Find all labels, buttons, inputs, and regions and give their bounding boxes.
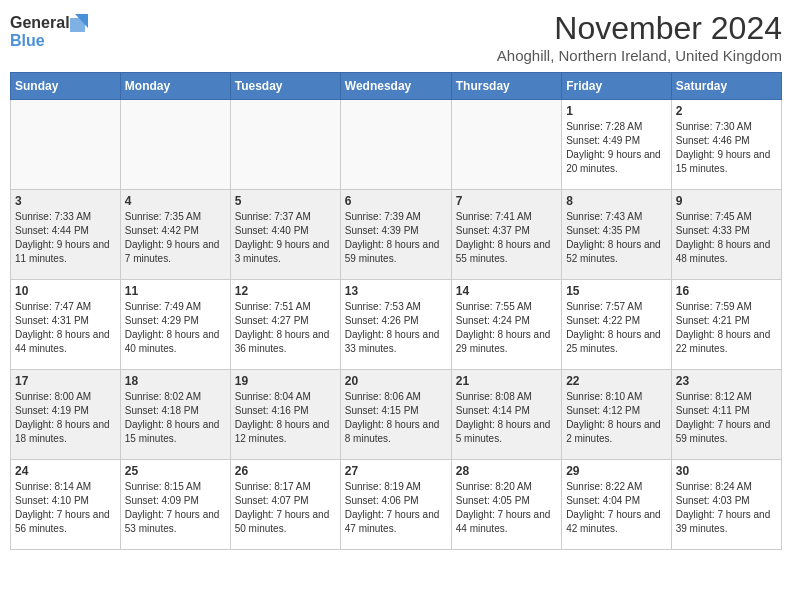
day-number: 10 [15,284,116,298]
day-number: 5 [235,194,336,208]
calendar-cell: 22Sunrise: 8:10 AM Sunset: 4:12 PM Dayli… [562,370,672,460]
day-info: Sunrise: 8:12 AM Sunset: 4:11 PM Dayligh… [676,390,777,446]
day-info: Sunrise: 8:17 AM Sunset: 4:07 PM Dayligh… [235,480,336,536]
day-number: 22 [566,374,667,388]
day-number: 3 [15,194,116,208]
day-number: 25 [125,464,226,478]
calendar-cell: 3Sunrise: 7:33 AM Sunset: 4:44 PM Daylig… [11,190,121,280]
page-header: General Blue November 2024 Ahoghill, Nor… [10,10,782,64]
day-info: Sunrise: 8:14 AM Sunset: 4:10 PM Dayligh… [15,480,116,536]
calendar-cell: 4Sunrise: 7:35 AM Sunset: 4:42 PM Daylig… [120,190,230,280]
day-info: Sunrise: 7:51 AM Sunset: 4:27 PM Dayligh… [235,300,336,356]
day-info: Sunrise: 7:49 AM Sunset: 4:29 PM Dayligh… [125,300,226,356]
day-number: 1 [566,104,667,118]
weekday-header-row: SundayMondayTuesdayWednesdayThursdayFrid… [11,73,782,100]
calendar-cell: 29Sunrise: 8:22 AM Sunset: 4:04 PM Dayli… [562,460,672,550]
day-info: Sunrise: 7:59 AM Sunset: 4:21 PM Dayligh… [676,300,777,356]
logo: General Blue [10,10,90,55]
day-number: 21 [456,374,557,388]
weekday-saturday: Saturday [671,73,781,100]
logo-icon: General Blue [10,10,90,55]
weekday-tuesday: Tuesday [230,73,340,100]
day-number: 23 [676,374,777,388]
day-info: Sunrise: 7:55 AM Sunset: 4:24 PM Dayligh… [456,300,557,356]
calendar-cell: 6Sunrise: 7:39 AM Sunset: 4:39 PM Daylig… [340,190,451,280]
calendar-cell: 10Sunrise: 7:47 AM Sunset: 4:31 PM Dayli… [11,280,121,370]
day-number: 13 [345,284,447,298]
location: Ahoghill, Northern Ireland, United Kingd… [497,47,782,64]
day-info: Sunrise: 7:30 AM Sunset: 4:46 PM Dayligh… [676,120,777,176]
day-number: 11 [125,284,226,298]
calendar-cell [451,100,561,190]
day-info: Sunrise: 7:43 AM Sunset: 4:35 PM Dayligh… [566,210,667,266]
day-info: Sunrise: 7:28 AM Sunset: 4:49 PM Dayligh… [566,120,667,176]
day-number: 8 [566,194,667,208]
day-number: 4 [125,194,226,208]
weekday-monday: Monday [120,73,230,100]
week-row-1: 1Sunrise: 7:28 AM Sunset: 4:49 PM Daylig… [11,100,782,190]
month-title: November 2024 [497,10,782,47]
calendar-cell: 27Sunrise: 8:19 AM Sunset: 4:06 PM Dayli… [340,460,451,550]
day-info: Sunrise: 7:57 AM Sunset: 4:22 PM Dayligh… [566,300,667,356]
day-info: Sunrise: 8:24 AM Sunset: 4:03 PM Dayligh… [676,480,777,536]
day-info: Sunrise: 7:47 AM Sunset: 4:31 PM Dayligh… [15,300,116,356]
calendar-cell: 20Sunrise: 8:06 AM Sunset: 4:15 PM Dayli… [340,370,451,460]
weekday-sunday: Sunday [11,73,121,100]
day-number: 30 [676,464,777,478]
day-number: 28 [456,464,557,478]
week-row-3: 10Sunrise: 7:47 AM Sunset: 4:31 PM Dayli… [11,280,782,370]
day-number: 6 [345,194,447,208]
day-info: Sunrise: 8:02 AM Sunset: 4:18 PM Dayligh… [125,390,226,446]
calendar-cell: 8Sunrise: 7:43 AM Sunset: 4:35 PM Daylig… [562,190,672,280]
day-info: Sunrise: 8:19 AM Sunset: 4:06 PM Dayligh… [345,480,447,536]
day-number: 16 [676,284,777,298]
day-info: Sunrise: 7:45 AM Sunset: 4:33 PM Dayligh… [676,210,777,266]
calendar-cell: 23Sunrise: 8:12 AM Sunset: 4:11 PM Dayli… [671,370,781,460]
day-number: 26 [235,464,336,478]
calendar-cell: 9Sunrise: 7:45 AM Sunset: 4:33 PM Daylig… [671,190,781,280]
day-number: 2 [676,104,777,118]
day-info: Sunrise: 8:10 AM Sunset: 4:12 PM Dayligh… [566,390,667,446]
day-info: Sunrise: 8:08 AM Sunset: 4:14 PM Dayligh… [456,390,557,446]
day-number: 27 [345,464,447,478]
calendar-cell [120,100,230,190]
calendar-cell [230,100,340,190]
day-info: Sunrise: 7:41 AM Sunset: 4:37 PM Dayligh… [456,210,557,266]
calendar-cell: 25Sunrise: 8:15 AM Sunset: 4:09 PM Dayli… [120,460,230,550]
calendar-cell: 7Sunrise: 7:41 AM Sunset: 4:37 PM Daylig… [451,190,561,280]
day-info: Sunrise: 8:15 AM Sunset: 4:09 PM Dayligh… [125,480,226,536]
calendar-cell: 28Sunrise: 8:20 AM Sunset: 4:05 PM Dayli… [451,460,561,550]
calendar-cell: 18Sunrise: 8:02 AM Sunset: 4:18 PM Dayli… [120,370,230,460]
day-number: 17 [15,374,116,388]
calendar-cell: 14Sunrise: 7:55 AM Sunset: 4:24 PM Dayli… [451,280,561,370]
day-number: 9 [676,194,777,208]
day-info: Sunrise: 8:20 AM Sunset: 4:05 PM Dayligh… [456,480,557,536]
day-number: 12 [235,284,336,298]
day-number: 15 [566,284,667,298]
week-row-5: 24Sunrise: 8:14 AM Sunset: 4:10 PM Dayli… [11,460,782,550]
title-area: November 2024 Ahoghill, Northern Ireland… [497,10,782,64]
day-number: 18 [125,374,226,388]
weekday-wednesday: Wednesday [340,73,451,100]
calendar-cell: 15Sunrise: 7:57 AM Sunset: 4:22 PM Dayli… [562,280,672,370]
calendar: SundayMondayTuesdayWednesdayThursdayFrid… [10,72,782,550]
weekday-thursday: Thursday [451,73,561,100]
day-info: Sunrise: 7:33 AM Sunset: 4:44 PM Dayligh… [15,210,116,266]
calendar-cell: 17Sunrise: 8:00 AM Sunset: 4:19 PM Dayli… [11,370,121,460]
day-info: Sunrise: 7:35 AM Sunset: 4:42 PM Dayligh… [125,210,226,266]
calendar-cell: 12Sunrise: 7:51 AM Sunset: 4:27 PM Dayli… [230,280,340,370]
day-number: 24 [15,464,116,478]
calendar-cell: 16Sunrise: 7:59 AM Sunset: 4:21 PM Dayli… [671,280,781,370]
day-info: Sunrise: 7:53 AM Sunset: 4:26 PM Dayligh… [345,300,447,356]
day-info: Sunrise: 8:06 AM Sunset: 4:15 PM Dayligh… [345,390,447,446]
calendar-cell: 30Sunrise: 8:24 AM Sunset: 4:03 PM Dayli… [671,460,781,550]
weekday-friday: Friday [562,73,672,100]
calendar-cell: 5Sunrise: 7:37 AM Sunset: 4:40 PM Daylig… [230,190,340,280]
calendar-cell: 26Sunrise: 8:17 AM Sunset: 4:07 PM Dayli… [230,460,340,550]
day-info: Sunrise: 8:00 AM Sunset: 4:19 PM Dayligh… [15,390,116,446]
calendar-cell: 1Sunrise: 7:28 AM Sunset: 4:49 PM Daylig… [562,100,672,190]
week-row-4: 17Sunrise: 8:00 AM Sunset: 4:19 PM Dayli… [11,370,782,460]
day-number: 29 [566,464,667,478]
day-number: 7 [456,194,557,208]
calendar-cell [340,100,451,190]
